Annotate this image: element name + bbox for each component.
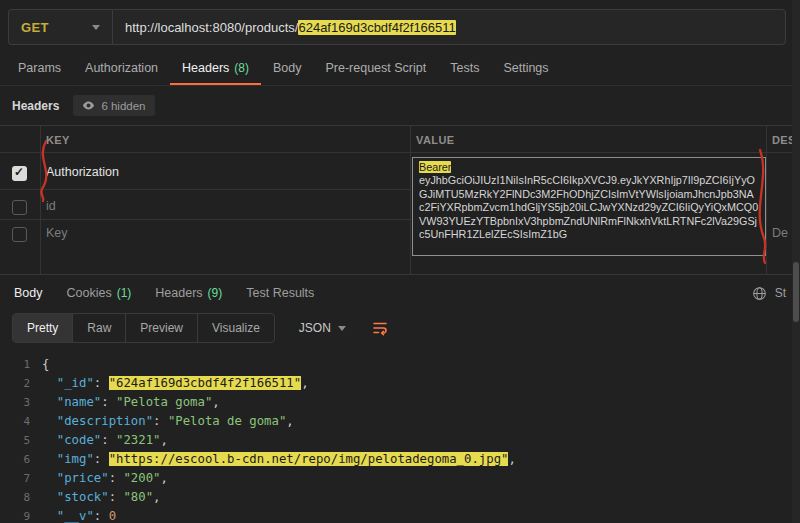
line-number: 2 <box>0 374 30 393</box>
response-status-area: St <box>752 286 786 301</box>
tab-params[interactable]: Params <box>6 52 73 85</box>
tab-tests[interactable]: Tests <box>438 52 491 85</box>
code-line: "price": "200", <box>42 469 800 488</box>
response-line-numbers: 123456789 <box>0 355 42 523</box>
header-row-checkbox[interactable] <box>12 200 27 215</box>
header-key-id[interactable]: id <box>46 199 56 213</box>
authorization-value-cell[interactable]: Bearer eyJhbGciOiJIUzI1NiIsInR5cCI6IkpXV… <box>412 157 766 256</box>
line-number: 5 <box>0 431 30 450</box>
response-tab-body[interactable]: Body <box>14 286 43 300</box>
response-view-toolbar: Pretty Raw Preview Visualize JSON <box>0 311 800 353</box>
view-pretty-button[interactable]: Pretty <box>13 314 73 342</box>
column-divider <box>40 126 41 274</box>
view-mode-switch: Pretty Raw Preview Visualize <box>12 313 275 343</box>
view-preview-button[interactable]: Preview <box>126 314 198 342</box>
request-tabs: Params Authorization Headers(8) Body Pre… <box>0 52 800 86</box>
headers-count: (8) <box>234 61 249 75</box>
response-tab-test-results[interactable]: Test Results <box>246 286 314 300</box>
chevron-down-icon <box>338 326 346 331</box>
header-description-placeholder[interactable]: De <box>772 226 788 240</box>
request-url-bar: GET http://localhost:8080/products/624af… <box>0 0 800 52</box>
response-body-viewer[interactable]: 123456789 { "_id": "624af169d3cbdf4f2f16… <box>0 353 800 523</box>
tab-pre-request-script[interactable]: Pre-request Script <box>313 52 438 85</box>
row-divider <box>0 152 800 153</box>
headers-table: KEY VALUE DES Authorization id Key De Be… <box>0 125 800 275</box>
hidden-headers-toggle[interactable]: 6 hidden <box>73 95 154 116</box>
column-header-key: KEY <box>46 134 70 146</box>
method-label: GET <box>21 20 49 35</box>
row-divider <box>0 219 410 220</box>
view-raw-button[interactable]: Raw <box>73 314 126 342</box>
response-tab-cookies[interactable]: Cookies(1) <box>67 286 132 300</box>
response-tabs: Body Cookies(1) Headers(9) Test Results … <box>0 275 800 311</box>
header-key-authorization[interactable]: Authorization <box>46 165 119 179</box>
jwt-token-text: eyJhbGciOiJIUzI1NiIsInR5cCI6IkpXVCJ9.eyJ… <box>419 174 759 241</box>
column-header-value: VALUE <box>416 134 454 146</box>
chevron-down-icon <box>92 25 100 30</box>
column-divider <box>410 126 411 274</box>
header-key-placeholder[interactable]: Key <box>46 226 68 240</box>
globe-icon <box>752 286 767 301</box>
row-divider <box>0 189 410 190</box>
tab-authorization[interactable]: Authorization <box>73 52 170 85</box>
line-number: 1 <box>0 355 30 374</box>
header-row-checkbox[interactable] <box>12 166 27 181</box>
url-input[interactable]: http://localhost:8080/products/624af169d… <box>112 9 786 45</box>
code-line: "_id": "624af169d3cbdf4f2f166511", <box>42 374 800 393</box>
line-number: 8 <box>0 488 30 507</box>
line-number: 6 <box>0 450 30 469</box>
tab-body[interactable]: Body <box>261 52 314 85</box>
line-number: 3 <box>0 393 30 412</box>
code-line: "description": "Pelota de goma", <box>42 412 800 431</box>
format-dropdown[interactable]: JSON <box>289 314 356 342</box>
scrollbar-thumb[interactable] <box>793 262 799 322</box>
eye-icon <box>82 99 95 112</box>
line-number: 4 <box>0 412 30 431</box>
url-highlighted-id: 624af169d3cbdf4f2f166511 <box>298 20 455 35</box>
line-number: 7 <box>0 469 30 488</box>
code-line: "stock": "80", <box>42 488 800 507</box>
code-line: "__v": 0 <box>42 507 800 523</box>
bearer-prefix: Bearer <box>419 161 451 173</box>
wrap-lines-icon <box>372 320 388 336</box>
tab-headers[interactable]: Headers(8) <box>170 52 261 85</box>
wrap-lines-button[interactable] <box>372 320 388 336</box>
header-row-checkbox[interactable] <box>12 227 27 242</box>
code-line: "code": "2321", <box>42 431 800 450</box>
headers-section-title: Headers <box>12 99 59 113</box>
vertical-scrollbar[interactable] <box>792 0 800 523</box>
response-code-lines: { "_id": "624af169d3cbdf4f2f166511", "na… <box>42 355 800 523</box>
line-number: 9 <box>0 507 30 523</box>
code-line: "name": "Pelota goma", <box>42 393 800 412</box>
method-dropdown[interactable]: GET <box>8 9 112 45</box>
url-text: http://localhost:8080/products/ <box>125 20 298 35</box>
response-tab-headers[interactable]: Headers(9) <box>155 286 222 300</box>
status-label-truncated: St <box>775 286 786 300</box>
tab-settings[interactable]: Settings <box>491 52 560 85</box>
view-visualize-button[interactable]: Visualize <box>198 314 274 342</box>
headers-subheader: Headers 6 hidden <box>0 86 800 125</box>
code-line: "img": "https://escool.b-cdn.net/repo/im… <box>42 450 800 469</box>
column-divider <box>766 126 767 274</box>
code-line: { <box>42 355 800 374</box>
